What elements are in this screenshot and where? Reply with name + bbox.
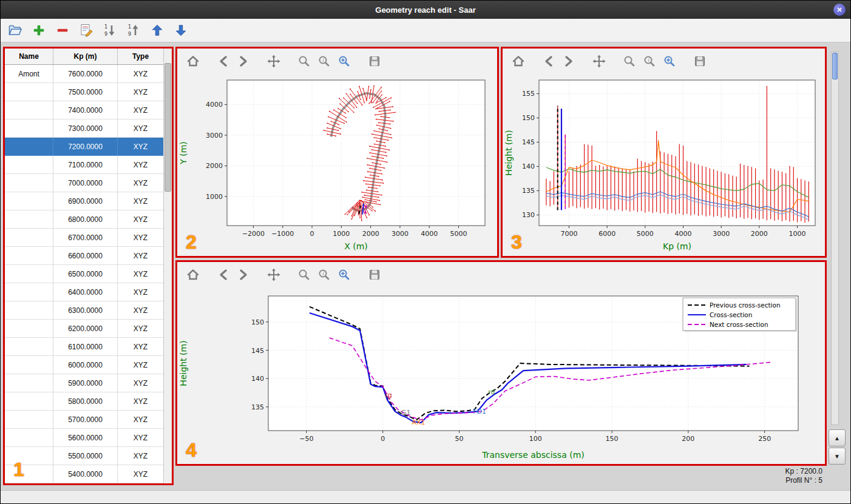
table-row[interactable]: 5700.0000XYZ <box>5 411 164 429</box>
plan-plot-canvas[interactable]: −2000−1000010002000300040005000100020003… <box>177 74 496 254</box>
home-icon[interactable] <box>186 54 200 69</box>
add-row-icon[interactable] <box>32 23 46 38</box>
pan-icon[interactable] <box>266 54 281 69</box>
delete-row-icon[interactable] <box>55 23 70 38</box>
table-row[interactable]: Amont7600.0000XYZ <box>5 65 164 83</box>
table-row[interactable]: 6300.0000XYZ <box>5 301 164 320</box>
svg-text:2000: 2000 <box>751 230 768 238</box>
save-icon[interactable] <box>693 54 707 69</box>
zoom-info-icon[interactable]: i <box>317 54 331 69</box>
zoom-icon[interactable] <box>297 54 311 69</box>
table-row[interactable]: 6600.0000XYZ <box>5 247 164 265</box>
home-icon[interactable] <box>511 54 526 69</box>
table-row[interactable]: 5500.0000XYZ <box>5 447 164 465</box>
cross-plot-canvas[interactable]: −50050100150200250135140145150Transverse… <box>177 287 824 462</box>
table-row[interactable]: 5400.0000XYZ <box>5 465 164 483</box>
svg-text:2000: 2000 <box>362 230 379 238</box>
profile-view-panel: i 70006000500040003000200010001301351401… <box>501 47 827 258</box>
right-scrollbar[interactable] <box>831 52 839 425</box>
move-up-icon[interactable] <box>150 23 164 38</box>
table-row[interactable]: 7400.0000XYZ <box>5 101 164 119</box>
down-triangle-icon: ▼ <box>834 453 840 460</box>
table-row[interactable]: 6200.0000XYZ <box>5 320 164 338</box>
table-row[interactable]: 6800.0000XYZ <box>5 210 164 229</box>
table-cell-type: XYZ <box>118 320 164 338</box>
svg-text:4000: 4000 <box>206 101 223 109</box>
table-cell-name <box>5 320 53 338</box>
save-icon[interactable] <box>367 54 382 69</box>
forward-icon[interactable] <box>236 267 251 282</box>
table-row[interactable]: 7000.0000XYZ <box>5 174 164 192</box>
table-cell-type: XYZ <box>118 138 164 156</box>
forward-icon[interactable] <box>561 54 576 69</box>
back-icon[interactable] <box>216 54 231 69</box>
open-file-icon[interactable] <box>8 23 22 38</box>
svg-text:5000: 5000 <box>637 230 654 238</box>
table-row[interactable]: 5600.0000XYZ <box>5 429 164 447</box>
previous-profile-button[interactable]: ▲ <box>829 429 846 446</box>
pan-icon[interactable] <box>592 54 606 69</box>
table-cell-kp: 5900.0000 <box>53 374 118 392</box>
table-row[interactable]: 7500.0000XYZ <box>5 83 164 101</box>
zoom-info-icon[interactable]: i <box>642 54 657 69</box>
sort-descending-icon[interactable]: 19 <box>126 23 141 38</box>
table-cell-name <box>5 447 53 465</box>
table-row[interactable]: 6100.0000XYZ <box>5 338 164 356</box>
zoom-info-icon[interactable]: i <box>317 267 331 282</box>
table-cell-type: XYZ <box>118 229 164 247</box>
svg-text:9: 9 <box>128 32 131 37</box>
table-row[interactable]: 6000.0000XYZ <box>5 356 164 374</box>
zoom-in-icon[interactable] <box>337 267 351 282</box>
table-scrollbar[interactable] <box>163 49 172 483</box>
table-row[interactable]: 6400.0000XYZ <box>5 283 164 301</box>
zoom-in-icon[interactable] <box>337 54 351 69</box>
next-profile-button[interactable]: ▼ <box>829 448 846 465</box>
profile-plot-canvas[interactable]: 7000600050004000300020001000130135140145… <box>503 74 824 254</box>
move-down-icon[interactable] <box>174 23 188 38</box>
table-cell-name <box>5 265 53 283</box>
table-scrollbar-thumb[interactable] <box>164 63 171 192</box>
svg-text:Kp (m): Kp (m) <box>663 241 691 251</box>
svg-text:140: 140 <box>251 375 264 383</box>
svg-text:Y (m): Y (m) <box>178 141 188 165</box>
column-header-name[interactable]: Name <box>5 49 53 64</box>
table-row[interactable]: 5900.0000XYZ <box>5 374 164 392</box>
table-cell-type: XYZ <box>118 156 164 174</box>
table-row[interactable]: 6500.0000XYZ <box>5 265 164 283</box>
table-cell-kp: 7400.0000 <box>53 101 118 119</box>
home-icon[interactable] <box>186 267 200 282</box>
table-row[interactable]: 5800.0000XYZ <box>5 392 164 411</box>
table-cell-kp: 7500.0000 <box>53 83 118 101</box>
edit-table-icon[interactable] <box>79 23 93 38</box>
table-row[interactable]: 6700.0000XYZ <box>5 229 164 247</box>
statusbar <box>1 490 850 503</box>
sort-ascending-icon[interactable]: 19 <box>103 23 117 38</box>
table-row[interactable]: 7200.0000XYZ <box>5 138 164 156</box>
column-header-type[interactable]: Type <box>118 49 164 64</box>
table-cell-name <box>5 247 53 265</box>
zoom-icon[interactable] <box>297 267 311 282</box>
svg-text:1000: 1000 <box>333 230 350 238</box>
svg-text:150: 150 <box>522 114 535 122</box>
zoom-in-icon[interactable] <box>662 54 677 69</box>
right-scrollbar-thumb[interactable] <box>832 53 838 79</box>
table-row[interactable]: 6900.0000XYZ <box>5 192 164 210</box>
back-icon[interactable] <box>216 267 231 282</box>
back-icon[interactable] <box>541 54 556 69</box>
svg-text:Previous cross-section: Previous cross-section <box>710 301 781 309</box>
table-cell-type: XYZ <box>118 283 164 301</box>
svg-text:0: 0 <box>310 230 314 238</box>
column-header-kp[interactable]: Kp (m) <box>53 49 118 64</box>
svg-text:145: 145 <box>522 138 535 146</box>
table-row[interactable]: 7100.0000XYZ <box>5 156 164 174</box>
table-row[interactable]: 7300.0000XYZ <box>5 119 164 138</box>
table-cell-name <box>5 411 53 429</box>
save-icon[interactable] <box>367 267 382 282</box>
close-icon[interactable]: ✕ <box>833 4 846 16</box>
svg-text:Height (m): Height (m) <box>178 340 188 386</box>
svg-text:rd: rd <box>488 388 495 396</box>
zoom-icon[interactable] <box>622 54 637 69</box>
forward-icon[interactable] <box>236 54 251 69</box>
pan-icon[interactable] <box>266 267 281 282</box>
table-cell-type: XYZ <box>118 374 164 392</box>
